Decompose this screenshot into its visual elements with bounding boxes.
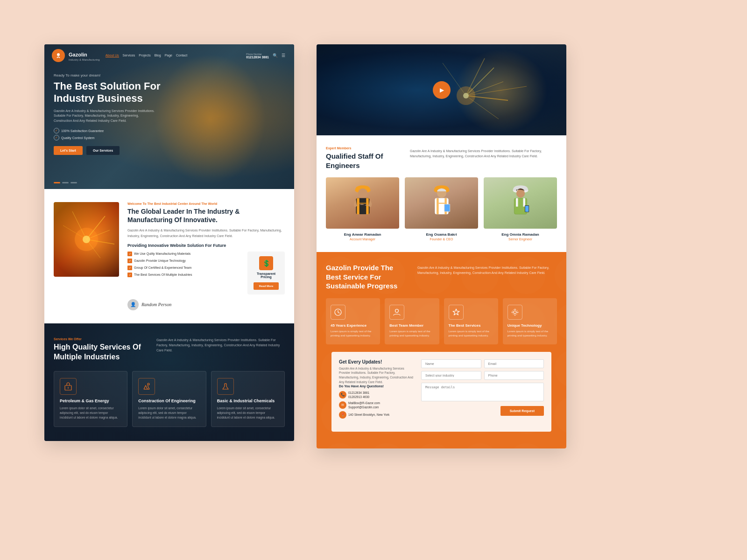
svg-line-20 [466, 58, 485, 96]
email-input[interactable] [484, 359, 544, 368]
play-button[interactable] [433, 81, 451, 99]
engineer-photo-1 [326, 177, 399, 229]
feature-item-4: The Best Services Of Multiple Industries [127, 273, 241, 277]
orange-title: Gazolin Provide The Best Service For Sus… [326, 263, 410, 291]
svg-rect-26 [357, 198, 359, 215]
svg-rect-27 [366, 198, 368, 215]
left-panel: Gazolin Industry & Manufacturing About U… [44, 44, 294, 441]
orange-card-title-2: Best Team Member [389, 323, 434, 328]
phone-block: Phone Number 01212834 3881 [246, 53, 269, 59]
brand-tagline: Industry & Manufacturing [69, 58, 100, 61]
pricing-icon: 💲 [259, 256, 273, 270]
service-card-1: Petroleum & Gas Energy Lorem ipsum dolor… [54, 371, 127, 427]
services-header: Services We Offer High Quality Services … [54, 337, 285, 362]
message-input[interactable] [421, 383, 544, 401]
service-card-desc-3: Lorem ipsum dolor sit amet, consectetur … [217, 406, 279, 420]
nav-link-contact[interactable]: Contact [176, 54, 187, 57]
hero-check-label-2: Quality Control System [61, 136, 95, 140]
svg-point-47 [395, 309, 399, 312]
contact-email-item: ✉ MailBox@R-Gazor.com Support@Gazolin.co… [339, 401, 414, 409]
hero-content: Ready To make your dream! The Best Solut… [44, 67, 294, 155]
services-cards: Petroleum & Gas Energy Lorem ipsum dolor… [54, 371, 285, 427]
services-description: Gazolin Are A Industry & Manufacturing S… [156, 337, 285, 353]
service-card-title-2: Constraction Of Engineering [138, 399, 200, 403]
nav-link-services[interactable]: Services [123, 54, 135, 57]
orange-card-desc-3: Lorem ipsum is simply text of the printi… [449, 329, 493, 338]
name-input[interactable] [421, 359, 481, 368]
engineers-header: Expert Members Qualified Staff Of Engine… [326, 147, 557, 170]
nav-link-blog[interactable]: Blog [155, 54, 161, 57]
industry-input[interactable] [421, 371, 481, 380]
svg-rect-33 [437, 198, 439, 215]
feature-label-4: The Best Services Of Multiple Industries [134, 273, 192, 276]
location-icon: 📍 [339, 411, 346, 419]
orange-header: Gazolin Provide The Best Service For Sus… [326, 263, 557, 291]
submit-button[interactable]: Submit Request [500, 406, 544, 416]
team-icon [389, 305, 404, 320]
orange-card-2: Best Team Member Lorem ipsum is simply t… [385, 298, 439, 344]
hero-dots [54, 182, 77, 183]
logo-icon[interactable] [52, 49, 65, 62]
svg-rect-42 [516, 198, 518, 207]
nav-link-aboutus[interactable]: About Us [106, 54, 119, 57]
svg-rect-37 [444, 204, 450, 211]
nav-links: About Us Services Projects Blog Page Con… [106, 54, 243, 57]
experience-icon [331, 305, 345, 320]
engineer-role-3: Sernor Engineer [484, 238, 557, 241]
lets-start-button[interactable]: Let's Start [54, 146, 83, 155]
check-icon-1: ✓ [54, 128, 59, 133]
about-title: The Global Leader In The Industry & Manu… [127, 207, 285, 224]
hero-check-2: ✓ Quality Control System [54, 135, 285, 140]
hero-dot-1[interactable] [54, 182, 60, 183]
read-more-button[interactable]: Read More [254, 282, 279, 290]
search-icon[interactable]: 🔍 [272, 52, 278, 59]
service-card-desc-2: Lorem ipsum dolor sit amet, consectetur … [138, 406, 200, 420]
contact-address: 140 Street Brooklyn, New York [348, 413, 389, 417]
svg-rect-45 [525, 206, 529, 212]
service-card-desc-1: Lorem ipsum dolor sit amet, consectetur … [60, 406, 121, 420]
nav-link-page[interactable]: Page [165, 54, 172, 57]
svg-point-12 [148, 383, 149, 385]
service-card-3: Basic & Industrial Chemicals Lorem ipsum… [211, 371, 285, 427]
feature-list: We Use Qulity Manufacturing Materials Ga… [127, 252, 241, 280]
pricing-label: Transparent Pricing [252, 272, 280, 279]
about-sub-title: Providing Innovative Website Solution Fo… [127, 243, 285, 248]
contact-address-item: 📍 140 Street Brooklyn, New York [339, 411, 414, 419]
contact-form-col: Submit Request [421, 359, 544, 419]
engineer-name-1: Eng Anwar Ramadan [326, 232, 399, 237]
orange-card-title-4: Unique Technology [507, 323, 552, 328]
hero-dot-2[interactable] [62, 182, 69, 183]
phone-input[interactable] [484, 371, 544, 380]
services-section: Services We Offer High Quality Services … [44, 323, 294, 441]
about-features: We Use Qulity Manufacturing Materials Ga… [127, 252, 285, 294]
check-icon-2: ✓ [54, 135, 59, 140]
engineer-photo-3 [484, 177, 557, 229]
orange-services-section: Gazolin Provide The Best Service For Sus… [317, 252, 566, 448]
our-services-button[interactable]: Our Services [86, 146, 120, 155]
orange-card-3: The Best Services Lorem ipsum is simply … [444, 298, 498, 344]
about-section: Welcome To The Best Industrial Center Ar… [44, 189, 294, 323]
svg-point-24 [358, 189, 367, 198]
hero-dot-3[interactable] [70, 182, 77, 183]
contact-emails: MailBox@R-Gazor.com Support@Gazolin.com [348, 401, 380, 409]
orange-description: Gazolin Are A Industry & Manufacturing S… [417, 263, 557, 275]
chemicals-icon [217, 378, 234, 395]
petroleum-icon [60, 378, 77, 395]
menu-icon[interactable]: ☰ [280, 52, 287, 59]
orange-card-title-1: 45 Years Experience [331, 323, 375, 328]
phone-number: 01212834 3881 [246, 56, 269, 59]
orange-card-title-3: The Best Services [449, 323, 493, 328]
engineer-role-2: Founder & CEO [405, 238, 478, 241]
orange-card-1: 45 Years Experience Lorem ipsum is simpl… [326, 298, 380, 344]
right-panel: Expert Members Qualified Staff Of Engine… [317, 44, 566, 448]
nav-link-projects[interactable]: Projects [139, 54, 150, 57]
contact-question: Do You Have Any Questions! [339, 385, 414, 388]
service-card-title-3: Basic & Industrial Chemicals [217, 399, 279, 403]
engineers-title-col: Expert Members Qualified Staff Of Engine… [326, 147, 401, 170]
engineer-name-2: Eng Osama Bakri [405, 232, 478, 237]
hero-check-1: ✓ 100% Satisfaction Guarantee [54, 128, 285, 133]
engineers-section: Expert Members Qualified Staff Of Engine… [317, 135, 566, 252]
hero-buttons: Let's Start Our Services [54, 146, 285, 155]
hero-tagline: Ready To make your dream! [54, 73, 285, 77]
feature-item-3: Group Of Certified & Experienced Team [127, 266, 241, 270]
